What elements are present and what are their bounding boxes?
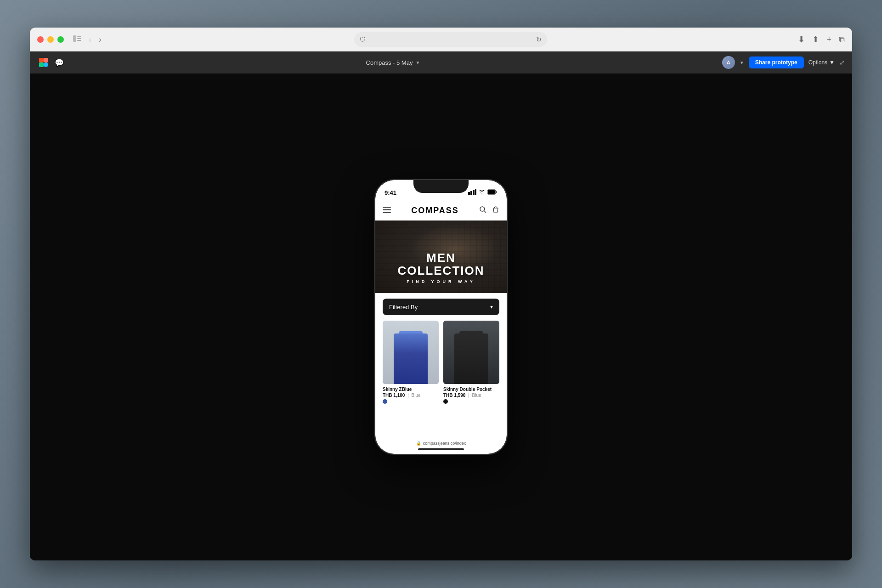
product-card[interactable]: Skinny ZBlue THB 1,100 | Blue xyxy=(383,321,439,432)
url-lock-icon: 🔒 xyxy=(416,441,421,446)
product-swatches-2 xyxy=(443,399,499,404)
filter-label: Filtered By xyxy=(389,304,418,311)
figma-logo[interactable] xyxy=(37,56,50,69)
product-price-value-2: 1,590 xyxy=(454,393,465,398)
options-chevron-icon: ▼ xyxy=(829,59,835,66)
shopping-bag-icon[interactable] xyxy=(492,206,499,215)
share-prototype-button[interactable]: Share prototype xyxy=(749,57,804,68)
hamburger-icon[interactable] xyxy=(383,206,391,215)
browser-titlebar: ‹ › 🛡 ↻ ⬇ ⬆ + ⧉ xyxy=(30,28,852,51)
options-button[interactable]: Options ▼ xyxy=(808,59,835,66)
address-bar[interactable]: 🛡 ↻ xyxy=(354,32,547,47)
filter-chevron-icon: ▾ xyxy=(490,304,493,310)
figma-actions: A ▼ Share prototype Options ▼ ⤢ xyxy=(722,56,845,69)
product-name-2: Skinny Double Pocket xyxy=(443,387,499,392)
product-swatches-1 xyxy=(383,399,439,404)
svg-rect-4 xyxy=(39,58,44,62)
product-name-1: Skinny ZBlue xyxy=(383,387,439,392)
svg-point-18 xyxy=(480,207,485,211)
figma-title: Compass - 5 May ▼ xyxy=(64,59,722,66)
product-price-value-1: 1,100 xyxy=(393,393,405,398)
fullscreen-icon[interactable]: ⤢ xyxy=(839,59,845,66)
hero-title-line1: MEN xyxy=(375,251,507,265)
minimize-button[interactable] xyxy=(47,36,54,43)
nav-buttons: ‹ › xyxy=(87,34,103,45)
svg-rect-8 xyxy=(39,62,44,67)
product-card-2[interactable]: Skinny Double Pocket THB 1,590 | Blue xyxy=(443,321,499,432)
hero-overlay: MEN COLLECTION FIND YOUR WAY xyxy=(375,251,507,284)
svg-rect-14 xyxy=(488,190,495,194)
figma-title-text: Compass - 5 May xyxy=(366,59,413,66)
product-price-prefix-1: THB xyxy=(383,393,392,398)
maximize-button[interactable] xyxy=(57,36,64,43)
url-text: compassjeans.co/index xyxy=(423,441,466,446)
product-price-2: THB 1,590 | Blue xyxy=(443,393,499,398)
sidebar-toggle-icon[interactable] xyxy=(73,35,81,44)
traffic-lights xyxy=(37,36,64,43)
status-time: 9:41 xyxy=(384,189,396,196)
signal-icon xyxy=(468,189,476,196)
svg-rect-16 xyxy=(383,209,391,210)
svg-rect-1 xyxy=(77,36,81,37)
svg-rect-5 xyxy=(44,58,48,62)
home-indicator xyxy=(418,448,464,450)
canvas-area: 9:41 xyxy=(30,74,852,560)
browser-window: ‹ › 🛡 ↻ ⬇ ⬆ + ⧉ 💬 xyxy=(30,28,852,560)
hero-subtitle: FIND YOUR WAY xyxy=(375,279,507,284)
svg-rect-3 xyxy=(77,40,81,41)
avatar: A xyxy=(722,56,735,69)
svg-rect-17 xyxy=(383,212,391,213)
hero-banner: MEN COLLECTION FIND YOUR WAY xyxy=(375,220,507,293)
product-image-2 xyxy=(443,321,499,384)
header-icons xyxy=(479,206,499,215)
product-color-2: Blue xyxy=(472,393,481,398)
svg-rect-9 xyxy=(468,192,470,195)
back-button[interactable]: ‹ xyxy=(87,34,93,45)
search-icon[interactable] xyxy=(479,206,486,215)
close-button[interactable] xyxy=(37,36,44,43)
download-icon[interactable]: ⬇ xyxy=(798,34,805,45)
product-color-1: Blue xyxy=(412,393,421,398)
app-header: COMPASS xyxy=(375,200,507,220)
wifi-icon xyxy=(479,189,485,196)
hero-title-line2: COLLECTION xyxy=(375,264,507,277)
svg-rect-2 xyxy=(77,38,81,39)
products-grid: Skinny ZBlue THB 1,100 | Blue xyxy=(375,321,507,439)
svg-point-7 xyxy=(44,62,48,67)
battery-icon xyxy=(487,189,498,196)
svg-rect-12 xyxy=(475,189,476,195)
shield-icon: 🛡 xyxy=(360,36,366,43)
phone-mockup: 9:41 xyxy=(374,179,508,455)
url-bar: 🔒 compassjeans.co/index xyxy=(416,441,466,446)
phone-bottom-bar: 🔒 compassjeans.co/index xyxy=(375,439,507,454)
address-bar-area: 🛡 ↻ xyxy=(109,32,792,47)
svg-rect-11 xyxy=(473,190,475,195)
filter-bar: Filtered By ▾ xyxy=(375,293,507,321)
new-tab-icon[interactable]: + xyxy=(826,35,831,45)
reload-icon[interactable]: ↻ xyxy=(536,36,542,43)
phone-screen: 9:41 xyxy=(375,180,507,454)
figma-title-chevron-icon: ▼ xyxy=(415,60,420,65)
figma-topbar: 💬 Compass - 5 May ▼ A ▼ Share prototype … xyxy=(30,51,852,74)
options-label: Options xyxy=(808,59,827,66)
svg-line-19 xyxy=(484,211,486,213)
forward-button[interactable]: › xyxy=(97,34,103,45)
figma-title-button[interactable]: Compass - 5 May ▼ xyxy=(366,59,420,66)
share-icon[interactable]: ⬆ xyxy=(812,34,819,45)
toolbar-right: ⬇ ⬆ + ⧉ xyxy=(798,34,845,45)
svg-rect-0 xyxy=(73,35,76,42)
product-price-prefix-2: THB xyxy=(443,393,453,398)
tabs-icon[interactable]: ⧉ xyxy=(839,35,845,45)
app-brand: COMPASS xyxy=(411,206,459,215)
product-image-1 xyxy=(383,321,439,384)
svg-rect-15 xyxy=(383,207,391,208)
phone-power-button xyxy=(507,258,508,293)
filter-dropdown[interactable]: Filtered By ▾ xyxy=(383,299,499,315)
comment-icon[interactable]: 💬 xyxy=(55,58,64,67)
swatch-black-icon xyxy=(443,399,448,404)
status-icons xyxy=(468,189,498,196)
product-price-1: THB 1,100 | Blue xyxy=(383,393,439,398)
phone-notch xyxy=(413,180,469,193)
avatar-chevron-icon: ▼ xyxy=(740,60,744,65)
svg-rect-10 xyxy=(470,191,472,195)
